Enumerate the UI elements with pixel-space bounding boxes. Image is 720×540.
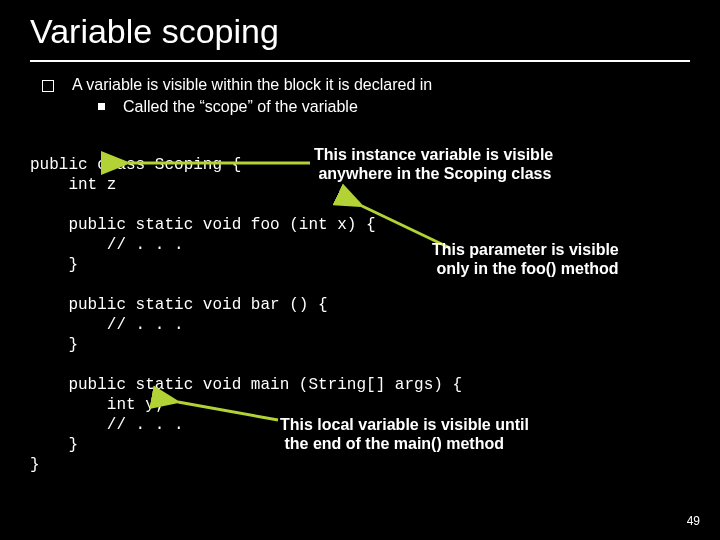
title-underline xyxy=(30,60,690,62)
code-line: } xyxy=(30,256,78,274)
code-line: int y; xyxy=(30,396,164,414)
code-line: public static void foo (int x) { xyxy=(30,216,376,234)
annotation-local-variable: This local variable is visible until the… xyxy=(280,415,529,453)
svg-line-5 xyxy=(178,402,278,420)
code-line: // . . . xyxy=(30,316,184,334)
code-line: int z xyxy=(30,176,116,194)
bullet-marker-outline xyxy=(42,80,54,92)
code-line: public static void main (String[] args) … xyxy=(30,376,462,394)
arrow-icon xyxy=(170,398,290,428)
code-line: public static void bar () { xyxy=(30,296,328,314)
annotation-parameter: This parameter is visible only in the fo… xyxy=(432,240,619,278)
slide-title: Variable scoping xyxy=(30,12,279,51)
bullet-list: A variable is visible within the block i… xyxy=(42,75,690,117)
code-line: } xyxy=(30,436,78,454)
bullet-level-1-text: A variable is visible within the block i… xyxy=(72,75,432,95)
bullet-level-1: A variable is visible within the block i… xyxy=(42,75,690,95)
code-line: // . . . xyxy=(30,236,184,254)
code-line: } xyxy=(30,456,40,474)
slide: Variable scoping A variable is visible w… xyxy=(0,0,720,540)
bullet-level-2-text: Called the “scope” of the variable xyxy=(123,97,358,117)
page-number: 49 xyxy=(687,514,700,528)
annotation-instance-variable: This instance variable is visible anywhe… xyxy=(314,145,553,183)
code-line: // . . . xyxy=(30,416,184,434)
code-line: } xyxy=(30,336,78,354)
bullet-level-2: Called the “scope” of the variable xyxy=(98,97,690,117)
bullet-marker-square xyxy=(98,103,105,110)
arrow-icon xyxy=(120,155,320,175)
